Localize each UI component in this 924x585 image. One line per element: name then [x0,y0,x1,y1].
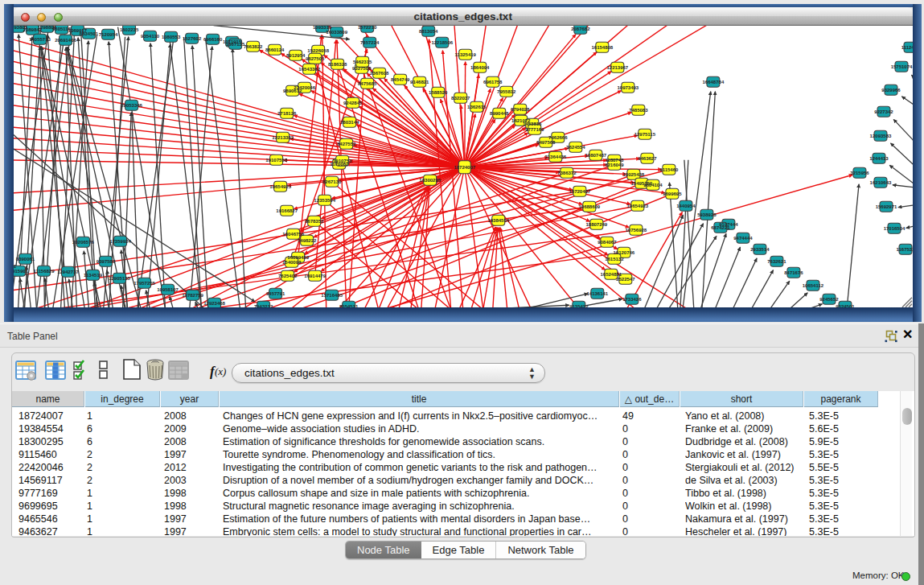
svg-text:3915901: 3915901 [14,268,29,273]
svg-text:8678352: 8678352 [304,218,323,223]
svg-text:1667135: 1667135 [225,41,244,46]
svg-text:1362615: 1362615 [467,104,487,109]
svg-text:1572210: 1572210 [358,26,377,30]
svg-text:1134519: 1134519 [84,272,103,277]
svg-text:7386372: 7386372 [557,170,577,175]
svg-text:16543362: 16543362 [298,66,320,71]
svg-text:9227342: 9227342 [874,109,893,113]
svg-text:12353594: 12353594 [314,197,335,202]
svg-text:15716485: 15716485 [321,292,343,297]
svg-text:10688609: 10688609 [578,204,600,208]
svg-text:19384554: 19384554 [487,217,509,222]
svg-text:14055713: 14055713 [29,36,51,41]
svg-text:9329966: 9329966 [881,87,901,92]
svg-text:20691406: 20691406 [55,37,76,42]
svg-text:16154808: 16154808 [591,44,613,49]
svg-text:8427552: 8427552 [337,141,356,146]
svg-text:9245652: 9245652 [819,296,839,301]
svg-text:21364436: 21364436 [544,154,566,159]
svg-text:7120954: 7120954 [98,31,117,36]
svg-text:8390061: 8390061 [15,256,35,261]
svg-text:12975115: 12975115 [634,131,655,136]
svg-text:5938928: 5938928 [697,212,717,216]
svg-text:6874221: 6874221 [711,225,730,229]
svg-text:29053346: 29053346 [121,102,142,107]
svg-text:16033809: 16033809 [326,29,347,34]
svg-text:18807249: 18807249 [585,221,607,226]
svg-text:19654923: 19654923 [626,203,648,208]
svg-text:8660124: 8660124 [265,47,284,51]
svg-text:6216049: 6216049 [605,162,624,167]
svg-text:19107558: 19107558 [265,157,287,162]
svg-text:6497568: 6497568 [536,139,556,144]
svg-text:2803144: 2803144 [340,119,359,124]
svg-text:14136141: 14136141 [586,290,608,295]
svg-text:8471676: 8471676 [784,270,803,274]
svg-text:1080553: 1080553 [161,34,180,39]
svg-text:15226058: 15226058 [307,47,329,52]
svg-text:1244413: 1244413 [869,155,889,160]
svg-text:8813054: 8813054 [419,28,438,33]
svg-text:9146821: 9146821 [410,79,429,84]
svg-text:10025438: 10025438 [622,171,644,176]
svg-text:8454749: 8454749 [391,76,410,81]
svg-text:8267130: 8267130 [322,179,341,183]
svg-text:8912954: 8912954 [285,52,305,57]
svg-text:16210643: 16210643 [869,179,891,184]
svg-text:8990448: 8990448 [490,110,509,115]
svg-text:7625402: 7625402 [277,273,297,278]
svg-text:1112445: 1112445 [901,44,913,49]
svg-text:7943212: 7943212 [253,303,273,307]
svg-text:1527602: 1527602 [182,35,201,40]
svg-text:19166827: 19166827 [276,208,298,212]
svg-text:9463627: 9463627 [638,155,657,160]
svg-text:6794028: 6794028 [511,106,530,111]
svg-text:9457791: 9457791 [265,290,285,295]
svg-text:18300295: 18300295 [419,177,441,182]
svg-text:3215956: 3215956 [850,170,869,175]
svg-text:2933514: 2933514 [750,246,770,251]
svg-text:20206576: 20206576 [72,239,94,244]
svg-text:10120746: 10120746 [613,249,634,254]
svg-text:(x): (x) [215,365,226,377]
svg-text:10654112: 10654112 [802,282,823,287]
svg-text:12905135: 12905135 [109,275,130,280]
svg-text:1453815: 1453815 [523,121,542,126]
svg-text:8322037: 8322037 [451,95,470,100]
svg-text:16648784: 16648784 [702,79,724,84]
svg-text:7955812: 7955812 [497,89,516,93]
svg-text:1864094: 1864094 [470,64,490,69]
svg-text:2522547: 2522547 [616,276,635,281]
svg-text:8475685: 8475685 [358,80,377,85]
svg-text:9242845: 9242845 [343,100,363,105]
svg-text:1910753: 1910753 [333,158,352,163]
svg-text:8054521: 8054521 [339,303,359,307]
svg-text:10654925: 10654925 [269,183,291,188]
svg-text:12942737: 12942737 [57,269,79,274]
svg-text:6966160: 6966160 [203,36,222,41]
svg-text:1615132: 1615132 [605,256,624,261]
svg-text:9084067: 9084067 [598,239,617,244]
svg-text:12213382: 12213382 [272,134,294,139]
svg-text:17359924: 17359924 [109,238,131,243]
svg-text:15692971: 15692971 [875,204,897,208]
svg-text:12218506: 12218506 [431,39,453,44]
svg-text:15720407: 15720407 [569,188,590,193]
svg-text:9890612: 9890612 [282,88,302,93]
svg-text:10807487: 10807487 [585,152,606,157]
svg-text:10958107: 10958107 [157,286,179,291]
svg-text:1167533: 1167533 [896,246,913,251]
svg-text:17957255: 17957255 [133,280,155,285]
svg-text:6961758: 6961758 [483,79,503,84]
svg-text:9324501: 9324501 [836,303,855,307]
svg-text:10973493: 10973493 [617,84,639,89]
svg-text:5498222: 5498222 [297,237,316,242]
svg-text:1440954: 1440954 [676,203,696,208]
svg-text:10756928: 10756928 [625,227,647,232]
svg-text:16046756: 16046756 [282,231,304,236]
svg-text:9699695: 9699695 [663,191,682,196]
svg-text:1540093: 1540093 [281,259,301,264]
svg-text:17016504: 17016504 [883,225,905,230]
svg-text:2718126: 2718126 [277,110,296,115]
svg-text:7663822: 7663822 [243,43,262,48]
